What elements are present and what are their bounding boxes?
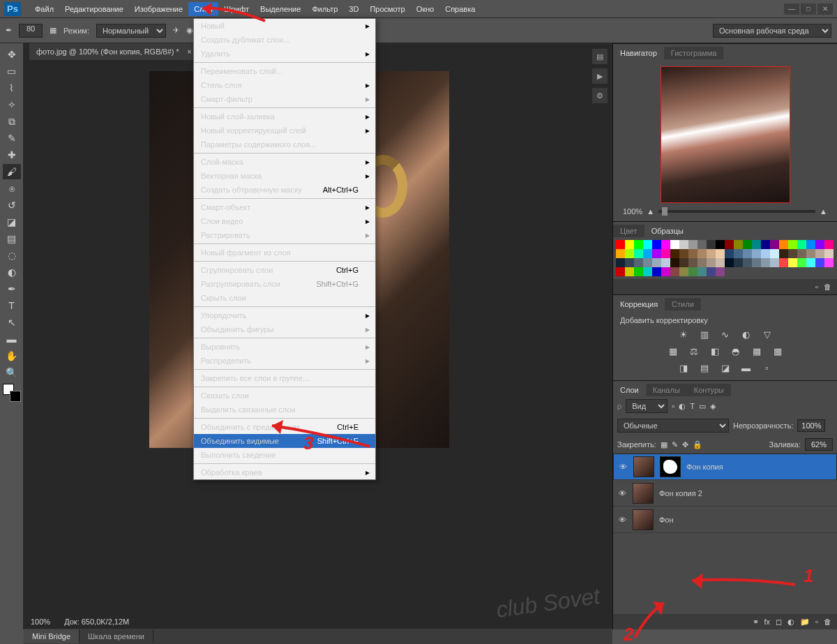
layer-row[interactable]: 👁Фон копия xyxy=(613,454,837,480)
tab-timeline[interactable]: Шкала времени xyxy=(80,629,153,643)
swatch[interactable] xyxy=(806,240,815,249)
menu-просмотр[interactable]: Просмотр xyxy=(364,2,410,16)
airbrush-icon[interactable]: ✈ xyxy=(173,26,179,35)
tab-minibridge[interactable]: Mini Bridge xyxy=(24,629,80,643)
healing-tool[interactable]: ✚ xyxy=(3,147,21,163)
brush-icon[interactable]: ✒ xyxy=(6,26,12,35)
swatch[interactable] xyxy=(652,267,661,276)
swatch[interactable] xyxy=(761,249,770,258)
swatch[interactable] xyxy=(725,240,734,249)
menu-item[interactable]: Скрыть слои xyxy=(194,291,375,305)
swatch[interactable] xyxy=(616,258,625,267)
swatch[interactable] xyxy=(643,249,652,258)
gradient-map-icon[interactable]: ▬ xyxy=(739,362,753,373)
swatch[interactable] xyxy=(698,267,707,276)
swatch[interactable] xyxy=(716,249,725,258)
lookup-icon[interactable]: ▦ xyxy=(771,345,785,357)
swatch[interactable] xyxy=(761,240,770,249)
swatch[interactable] xyxy=(616,267,625,276)
swatch[interactable] xyxy=(725,258,734,267)
swatch[interactable] xyxy=(761,258,770,267)
swatch[interactable] xyxy=(779,249,788,258)
exposure-icon[interactable]: ◐ xyxy=(739,329,753,340)
swatch[interactable] xyxy=(770,240,779,249)
zoom-slider[interactable] xyxy=(658,210,815,213)
menu-item[interactable]: Объединить с предыдущимCtrl+E xyxy=(194,420,375,434)
levels-icon[interactable]: ▥ xyxy=(698,329,711,340)
swatch[interactable] xyxy=(716,240,725,249)
swatch[interactable] xyxy=(824,258,834,267)
swatch[interactable] xyxy=(661,258,670,267)
menu-item[interactable]: Сгруппировать слоиCtrl+G xyxy=(194,263,375,277)
menu-шрифт[interactable]: Шрифт xyxy=(218,2,255,16)
menu-фильтр[interactable]: Фильтр xyxy=(306,2,343,16)
swatch[interactable] xyxy=(634,240,643,249)
brush-size[interactable]: 80 xyxy=(19,24,43,38)
threshold-icon[interactable]: ◪ xyxy=(718,362,732,373)
wand-tool[interactable]: ✧ xyxy=(3,97,21,112)
menu-item[interactable]: Слой-маска xyxy=(194,155,375,169)
swatch[interactable] xyxy=(716,267,725,276)
visibility-icon[interactable]: 👁 xyxy=(617,489,627,497)
swatch[interactable] xyxy=(779,258,788,267)
menu-выделение[interactable]: Выделение xyxy=(255,2,306,16)
tab-swatches[interactable]: Образцы xyxy=(644,225,691,237)
swatches-grid[interactable] xyxy=(614,239,836,278)
posterize-icon[interactable]: ▤ xyxy=(698,362,711,373)
marquee-tool[interactable]: ▭ xyxy=(3,63,21,79)
lasso-tool[interactable]: ⌇ xyxy=(3,80,21,96)
gradient-tool[interactable]: ▤ xyxy=(3,231,21,246)
swatch[interactable] xyxy=(806,258,815,267)
menu-файл[interactable]: Файл xyxy=(29,2,59,16)
new-layer-icon[interactable]: ▫ xyxy=(815,617,818,626)
swatch[interactable] xyxy=(688,267,698,276)
menu-слои[interactable]: Слои xyxy=(188,2,218,16)
swatch[interactable] xyxy=(679,267,688,276)
eyedropper-tool[interactable]: ✎ xyxy=(3,130,21,146)
menu-item[interactable]: Создать дубликат слоя... xyxy=(194,33,375,47)
swatch[interactable] xyxy=(770,258,779,267)
swatch[interactable] xyxy=(688,240,698,249)
swatch[interactable] xyxy=(679,258,688,267)
brush-preset-icon[interactable]: ▦ xyxy=(50,26,56,35)
photo-filter-icon[interactable]: ◓ xyxy=(729,345,743,357)
swatch[interactable] xyxy=(698,240,707,249)
menu-item[interactable]: Объединить видимыеShift+Ctrl+E xyxy=(194,434,375,448)
swatch[interactable] xyxy=(707,258,716,267)
tab-adjustments[interactable]: Коррекция xyxy=(613,298,665,310)
tab-styles[interactable]: Стили xyxy=(665,298,701,310)
swatch[interactable] xyxy=(652,258,661,267)
menu-item[interactable]: Новый фрагмент из слоя xyxy=(194,246,375,260)
menu-item[interactable]: Новый xyxy=(194,19,375,33)
swatch[interactable] xyxy=(752,249,761,258)
lock-all-icon[interactable]: 🔒 xyxy=(693,440,702,449)
menu-item[interactable]: Выполнить сведение xyxy=(194,448,375,462)
menu-справка[interactable]: Справка xyxy=(439,2,481,16)
brightness-icon[interactable]: ☀ xyxy=(677,329,691,340)
fill-input[interactable] xyxy=(805,438,833,451)
document-tab[interactable]: фото.jpg @ 100% (Фон копия, RGB/8#) * × xyxy=(29,43,196,60)
menu-окно[interactable]: Окно xyxy=(411,2,440,16)
menu-item[interactable]: Обработка краев xyxy=(194,465,375,479)
dodge-tool[interactable]: ◐ xyxy=(3,264,21,280)
swatch[interactable] xyxy=(797,249,806,258)
menu-изображение[interactable]: Изображение xyxy=(129,2,188,16)
swatch[interactable] xyxy=(707,249,716,258)
close-button[interactable]: ✕ xyxy=(817,3,833,15)
delete-layer-icon[interactable]: 🗑 xyxy=(824,617,831,626)
filter-smart-icon[interactable]: ◈ xyxy=(710,402,716,411)
tab-channels[interactable]: Каналы xyxy=(646,384,687,396)
swatch[interactable] xyxy=(698,249,707,258)
menu-item[interactable]: Слои видео xyxy=(194,214,375,228)
brush-tool[interactable]: 🖌 xyxy=(3,164,21,179)
swatch[interactable] xyxy=(634,249,643,258)
swatch[interactable] xyxy=(679,249,688,258)
lock-paint-icon[interactable]: ✎ xyxy=(672,440,678,449)
swatch[interactable] xyxy=(734,258,743,267)
swatch[interactable] xyxy=(652,249,661,258)
filter-pixel-icon[interactable]: ▫ xyxy=(672,402,674,410)
menu-item[interactable]: Смарт-объект xyxy=(194,200,375,214)
tab-color[interactable]: Цвет xyxy=(613,225,644,237)
swatch[interactable] xyxy=(788,249,797,258)
menu-item[interactable]: Стиль слоя xyxy=(194,78,375,92)
